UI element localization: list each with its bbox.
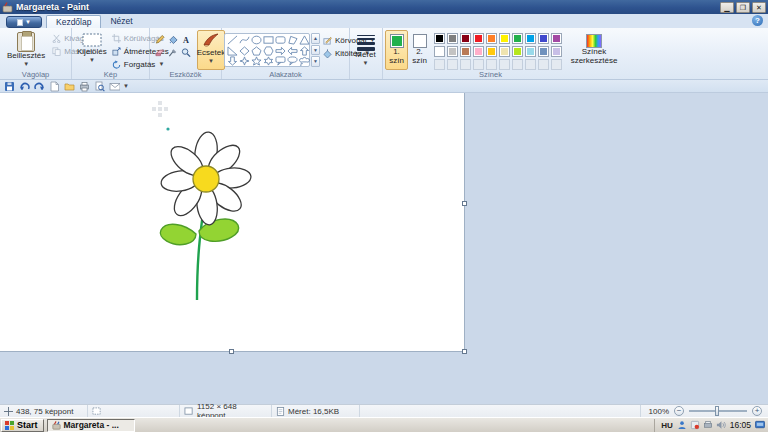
new-document-button[interactable]	[48, 80, 60, 92]
shape-pentagon[interactable]	[250, 46, 262, 57]
zoom-in-button[interactable]: +	[752, 406, 762, 416]
shape-up-arrow[interactable]	[298, 46, 310, 57]
palette-empty-slot[interactable]	[512, 59, 523, 70]
palette-color-swatch[interactable]	[460, 46, 471, 57]
drawing-canvas[interactable]	[0, 93, 465, 352]
color1-button[interactable]: 1. szín	[385, 30, 408, 70]
shape-five-point-star[interactable]	[250, 56, 262, 67]
tab-home[interactable]: Kezdőlap	[46, 15, 101, 28]
taskbar-clock[interactable]: 16:05	[730, 420, 751, 430]
palette-color-swatch[interactable]	[525, 33, 536, 44]
shape-left-arrow[interactable]	[286, 46, 298, 57]
palette-color-swatch[interactable]	[538, 46, 549, 57]
palette-color-swatch[interactable]	[434, 46, 445, 57]
shape-rounded-callout[interactable]	[274, 56, 286, 67]
zoom-slider[interactable]	[689, 410, 747, 412]
select-button[interactable]: Kijelölés ▼	[74, 30, 110, 70]
shape-oval-callout[interactable]	[286, 56, 298, 67]
close-button[interactable]: ✕	[752, 2, 766, 13]
taskbar-item-paint[interactable]: Margareta - ...	[47, 419, 135, 432]
zoom-out-button[interactable]: −	[674, 406, 684, 416]
email-button[interactable]	[108, 80, 120, 92]
shape-curve[interactable]	[238, 35, 250, 46]
shape-triangle[interactable]	[298, 35, 310, 46]
print-button[interactable]	[78, 80, 90, 92]
palette-color-swatch[interactable]	[538, 33, 549, 44]
open-button[interactable]	[63, 80, 75, 92]
shape-six-point-star[interactable]	[262, 56, 274, 67]
palette-color-swatch[interactable]	[460, 33, 471, 44]
shape-rectangle[interactable]	[262, 35, 274, 46]
color-picker-tool-button[interactable]	[167, 46, 179, 58]
palette-color-swatch[interactable]	[499, 33, 510, 44]
brushes-button[interactable]: Ecsetek ▼	[197, 30, 225, 70]
shape-right-triangle[interactable]	[226, 46, 238, 57]
qat-customize-button[interactable]: ▼	[123, 83, 129, 89]
tray-security-icon[interactable]	[690, 420, 700, 430]
app-menu-button[interactable]: ▼	[6, 16, 42, 28]
pencil-tool-button[interactable]	[154, 33, 166, 45]
paste-button[interactable]: Beillesztés ▼	[4, 30, 48, 70]
eraser-tool-button[interactable]	[154, 46, 166, 58]
shape-line[interactable]	[226, 35, 238, 46]
palette-empty-slot[interactable]	[551, 59, 562, 70]
help-button[interactable]: ?	[752, 15, 763, 26]
palette-color-swatch[interactable]	[512, 46, 523, 57]
tray-printer-icon[interactable]	[703, 420, 713, 430]
color2-button[interactable]: 2. szín	[408, 30, 431, 70]
shapes-more-button[interactable]: ▼	[311, 56, 320, 67]
print-preview-button[interactable]	[93, 80, 105, 92]
palette-color-swatch[interactable]	[473, 33, 484, 44]
palette-empty-slot[interactable]	[538, 59, 549, 70]
canvas-resize-handle-right[interactable]	[462, 201, 467, 206]
start-button[interactable]: Start	[1, 419, 44, 432]
undo-button[interactable]	[18, 80, 30, 92]
shape-hexagon[interactable]	[262, 46, 274, 57]
palette-color-swatch[interactable]	[551, 46, 562, 57]
shape-polygon[interactable]	[286, 35, 298, 46]
palette-empty-slot[interactable]	[460, 59, 471, 70]
save-button[interactable]	[3, 80, 15, 92]
shape-oval[interactable]	[250, 35, 262, 46]
restore-button[interactable]: ❐	[736, 2, 750, 13]
shape-rounded-rectangle[interactable]	[274, 35, 286, 46]
zoom-slider-thumb[interactable]	[715, 406, 719, 416]
redo-button[interactable]	[33, 80, 45, 92]
palette-color-swatch[interactable]	[447, 33, 458, 44]
shapes-scroll-up-button[interactable]: ▲	[311, 33, 320, 44]
canvas-resize-handle-corner[interactable]	[462, 349, 467, 354]
palette-empty-slot[interactable]	[499, 59, 510, 70]
palette-color-swatch[interactable]	[525, 46, 536, 57]
palette-empty-slot[interactable]	[473, 59, 484, 70]
shape-right-arrow[interactable]	[274, 46, 286, 57]
shape-four-point-star[interactable]	[238, 56, 250, 67]
edit-colors-button[interactable]: Színek szerkesztése	[566, 30, 622, 70]
magnifier-tool-button[interactable]	[180, 46, 192, 58]
text-tool-button[interactable]: A	[180, 33, 192, 45]
palette-color-swatch[interactable]	[551, 33, 562, 44]
palette-color-swatch[interactable]	[499, 46, 510, 57]
fill-tool-button[interactable]	[167, 33, 179, 45]
palette-empty-slot[interactable]	[434, 59, 445, 70]
palette-empty-slot[interactable]	[525, 59, 536, 70]
shape-cloud-callout[interactable]	[298, 56, 310, 67]
tray-volume-icon[interactable]	[716, 420, 726, 430]
palette-empty-slot[interactable]	[447, 59, 458, 70]
palette-empty-slot[interactable]	[486, 59, 497, 70]
canvas-resize-handle-bottom[interactable]	[229, 349, 234, 354]
shape-diamond[interactable]	[238, 46, 250, 57]
palette-color-swatch[interactable]	[486, 33, 497, 44]
tab-view[interactable]: Nézet	[101, 15, 141, 28]
shapes-scroll-down-button[interactable]: ▼	[311, 45, 320, 56]
palette-color-swatch[interactable]	[447, 46, 458, 57]
palette-color-swatch[interactable]	[434, 33, 445, 44]
shape-down-arrow[interactable]	[226, 56, 238, 67]
size-button[interactable]: Méret ▼	[352, 30, 379, 70]
minimize-button[interactable]: ▁	[720, 2, 734, 13]
palette-color-swatch[interactable]	[486, 46, 497, 57]
tray-user-icon[interactable]	[677, 420, 687, 430]
palette-color-swatch[interactable]	[512, 33, 523, 44]
language-indicator[interactable]: HU	[661, 421, 673, 430]
palette-color-swatch[interactable]	[473, 46, 484, 57]
display-icon[interactable]	[755, 420, 765, 430]
